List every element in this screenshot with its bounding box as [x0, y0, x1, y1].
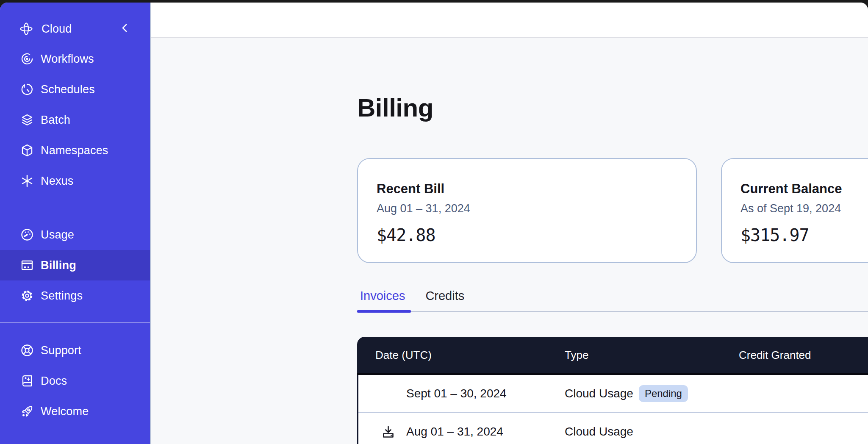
- date-cell: Aug 01 – 31, 2024: [358, 424, 546, 439]
- sidebar-nav-account: Usage Billing: [0, 219, 150, 311]
- temporal-cloud-logo-icon: [19, 22, 33, 36]
- card-subtitle: As of Sept 19, 2024: [740, 202, 868, 215]
- table-body: Sept 01 – 30, 2024 Cloud Usage Pending: [357, 375, 868, 444]
- chevron-left-icon: [119, 22, 131, 34]
- table-row: Aug 01 – 31, 2024 Cloud Usage: [358, 412, 868, 444]
- sidebar-item-label: Billing: [41, 259, 76, 272]
- billing-page: Billing Recent Bill Aug 01 – 31, 2024 $4…: [151, 39, 868, 444]
- sidebar-item-label: Nexus: [41, 175, 74, 188]
- tab-credits[interactable]: Credits: [425, 289, 464, 303]
- sidebar-item-batch[interactable]: Batch: [0, 105, 150, 135]
- billing-card-icon: [20, 258, 34, 272]
- billing-tabs: Invoices Credits: [357, 289, 464, 303]
- invoice-date: Sept 01 – 30, 2024: [406, 387, 507, 400]
- card-amount: $42.88: [377, 225, 696, 245]
- tab-invoices[interactable]: Invoices: [360, 289, 405, 303]
- sidebar-item-label: Usage: [41, 228, 74, 241]
- sidebar-item-nexus[interactable]: Nexus: [0, 166, 150, 196]
- sidebar-item-schedules[interactable]: Schedules: [0, 74, 150, 105]
- card-title: Current Balance: [740, 181, 868, 197]
- page-title: Billing: [357, 93, 433, 122]
- date-cell: Sept 01 – 30, 2024: [358, 387, 546, 400]
- sidebar-item-label: Settings: [41, 289, 83, 302]
- settings-gear-icon: [20, 289, 34, 303]
- support-lifering-icon: [20, 343, 34, 358]
- sidebar-item-welcome[interactable]: Welcome: [0, 396, 150, 427]
- sidebar: Cloud Workflows: [0, 3, 151, 444]
- tabs-active-indicator: [357, 310, 411, 313]
- sidebar-item-usage[interactable]: Usage: [0, 219, 150, 250]
- download-slot: [381, 424, 406, 439]
- nexus-asterisk-icon: [20, 174, 34, 188]
- column-header-type: Type: [546, 349, 721, 362]
- sidebar-item-label: Batch: [41, 114, 70, 127]
- sidebar-brand: Cloud: [0, 19, 150, 39]
- sidebar-item-workflows[interactable]: Workflows: [0, 44, 150, 74]
- status-badge: Pending: [639, 385, 688, 402]
- card-subtitle: Aug 01 – 31, 2024: [377, 202, 696, 215]
- download-icon: [381, 425, 395, 439]
- sidebar-item-label: Schedules: [41, 83, 95, 96]
- type-cell: Cloud Usage: [546, 425, 721, 438]
- table-header: Date (UTC) Type Credit Granted: [357, 337, 868, 375]
- sidebar-nav-footer: Support Docs: [0, 335, 150, 427]
- invoice-date: Aug 01 – 31, 2024: [406, 425, 503, 438]
- card-amount: $315.97: [740, 225, 868, 245]
- namespaces-cube-icon: [20, 143, 34, 158]
- recent-bill-card: Recent Bill Aug 01 – 31, 2024 $42.88: [357, 158, 697, 263]
- column-header-date: Date (UTC): [357, 349, 546, 362]
- app-window: Cloud Workflows: [0, 3, 868, 444]
- brand-label: Cloud: [42, 22, 72, 36]
- sidebar-item-label: Welcome: [41, 405, 89, 418]
- invoices-table: Date (UTC) Type Credit Granted Sept 01 –…: [357, 337, 868, 444]
- current-balance-card: Current Balance As of Sept 19, 2024 $315…: [721, 158, 868, 263]
- download-invoice-button[interactable]: [381, 424, 397, 439]
- sidebar-item-label: Docs: [41, 375, 67, 388]
- sidebar-item-billing[interactable]: Billing: [0, 250, 150, 280]
- sidebar-item-label: Workflows: [41, 53, 94, 66]
- sidebar-item-docs[interactable]: Docs: [0, 366, 150, 396]
- sidebar-item-label: Namespaces: [41, 144, 108, 157]
- invoice-type: Cloud Usage: [565, 425, 633, 438]
- collapse-sidebar-button[interactable]: [119, 20, 134, 36]
- docs-book-icon: [20, 374, 34, 388]
- topbar: [151, 3, 868, 38]
- sidebar-item-support[interactable]: Support: [0, 335, 150, 366]
- invoice-type: Cloud Usage: [565, 387, 633, 400]
- type-cell: Cloud Usage Pending: [546, 385, 721, 402]
- sidebar-nav-main: Workflows Schedules: [0, 44, 150, 196]
- sidebar-item-label: Support: [41, 344, 81, 357]
- usage-gauge-icon: [20, 228, 34, 242]
- welcome-rocket-icon: [20, 404, 34, 419]
- workflows-spiral-icon: [20, 52, 34, 66]
- sidebar-item-namespaces[interactable]: Namespaces: [0, 135, 150, 166]
- table-row: Sept 01 – 30, 2024 Cloud Usage Pending: [358, 375, 868, 412]
- main-area: Billing Recent Bill Aug 01 – 31, 2024 $4…: [151, 3, 868, 444]
- tabs-rule: [357, 311, 868, 312]
- batch-layers-icon: [20, 113, 34, 127]
- card-title: Recent Bill: [377, 181, 696, 197]
- column-header-credit-granted: Credit Granted: [721, 349, 811, 362]
- schedules-clock-icon: [20, 82, 34, 97]
- summary-cards: Recent Bill Aug 01 – 31, 2024 $42.88 Cur…: [357, 158, 868, 263]
- sidebar-item-settings[interactable]: Settings: [0, 280, 150, 311]
